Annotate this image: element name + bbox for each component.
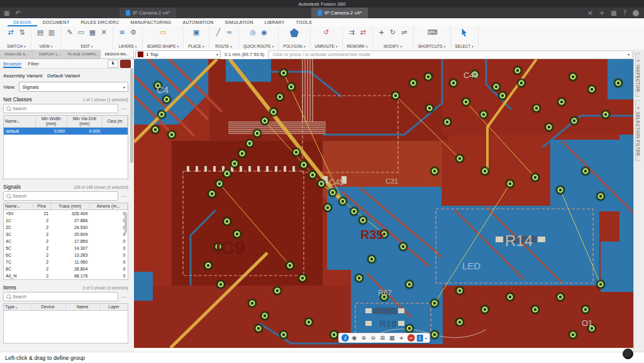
- net-classes-search-input[interactable]: [4, 104, 128, 113]
- toolbar-label-quick-route[interactable]: QUICK ROUTE▾: [243, 44, 274, 48]
- via[interactable]: [349, 206, 359, 216]
- layer-settings-icon[interactable]: [129, 28, 138, 37]
- toolbar-label-unroute[interactable]: UNROUTE▾: [315, 44, 338, 48]
- info-icon[interactable]: [341, 334, 348, 342]
- copy-icon[interactable]: [77, 28, 86, 37]
- via[interactable]: [304, 317, 314, 327]
- via[interactable]: [601, 109, 611, 120]
- left-panel-scrollbar[interactable]: [130, 69, 133, 163]
- side-tab-inspector[interactable]: ◂INSPECTOR: [635, 53, 640, 97]
- layer-selector[interactable]: 1 Top ▾: [135, 50, 221, 59]
- component-label[interactable]: IC9: [216, 237, 245, 258]
- menu-tab-document[interactable]: DOCUMENT: [37, 18, 75, 26]
- place-icon[interactable]: [192, 28, 201, 37]
- via[interactable]: [430, 166, 440, 176]
- via[interactable]: [580, 166, 591, 176]
- via[interactable]: [391, 91, 401, 101]
- column-header[interactable]: Trace (mm): [50, 203, 89, 210]
- toolbar-label-select[interactable]: SELECT▾: [455, 44, 474, 48]
- via[interactable]: [245, 138, 255, 148]
- items-search[interactable]: [3, 292, 118, 301]
- column-header[interactable]: Layer: [99, 304, 128, 311]
- toolbar-label-view[interactable]: VIEW▾: [40, 44, 53, 48]
- signals-scrollbar[interactable]: [125, 212, 127, 233]
- toolbar-label-switch[interactable]: SWITCH▾: [7, 44, 26, 48]
- table-row[interactable]: 7C211.9500: [4, 259, 128, 265]
- via[interactable]: [272, 286, 282, 296]
- via[interactable]: [214, 179, 225, 189]
- remove-icon[interactable]: [407, 334, 414, 342]
- component-label[interactable]: R14: [505, 232, 533, 249]
- component-label[interactable]: C4: [157, 84, 169, 95]
- table-row[interactable]: 8C228.8040: [4, 265, 128, 272]
- toolbar-label-route[interactable]: ROUTE▾: [215, 44, 232, 48]
- dropdown-caret-icon[interactable]: ▾: [425, 336, 427, 340]
- signals-search[interactable]: [3, 191, 118, 201]
- via[interactable]: [253, 323, 264, 333]
- via[interactable]: [167, 130, 177, 140]
- toolbar-label-layers[interactable]: LAYERS▾: [118, 44, 136, 48]
- column-header[interactable]: Name ▴: [4, 116, 35, 128]
- edit-icon[interactable]: [65, 28, 74, 37]
- component-label[interactable]: O1: [582, 318, 592, 328]
- component-label[interactable]: R67: [378, 289, 392, 298]
- via[interactable]: [316, 179, 326, 189]
- column-header[interactable]: Name ▴: [4, 203, 33, 210]
- menu-tab-library[interactable]: LIBRARY: [259, 18, 291, 26]
- component-label[interactable]: C31: [386, 177, 398, 185]
- pan-icon[interactable]: [397, 334, 405, 342]
- via[interactable]: [230, 159, 240, 169]
- via[interactable]: [430, 298, 440, 308]
- via[interactable]: [323, 203, 333, 213]
- unroute-icon[interactable]: [322, 28, 331, 37]
- help-icon[interactable]: [623, 8, 626, 18]
- pcb-canvas[interactable]: C4C49C45C31IC9R35R14LEDR67R19R18O1: [134, 59, 634, 348]
- paste-icon[interactable]: [88, 28, 97, 37]
- menu-tab-rules-drc-erc[interactable]: RULES DRC/ERC: [75, 18, 125, 26]
- via[interactable]: [408, 78, 418, 88]
- via[interactable]: [531, 103, 541, 113]
- via[interactable]: [425, 103, 435, 113]
- visibility-icon[interactable]: [350, 334, 358, 342]
- via[interactable]: [247, 298, 257, 308]
- table-row[interactable]: 1C227.8660: [4, 217, 128, 224]
- component-label[interactable]: LED: [462, 260, 480, 271]
- via[interactable]: [285, 260, 295, 271]
- via[interactable]: [568, 330, 578, 340]
- table-row[interactable]: 2C224.5300: [4, 224, 128, 231]
- column-header[interactable]: Name: [65, 304, 99, 311]
- toolbar-label-shortcuts[interactable]: SHORTCUTS▾: [418, 44, 446, 48]
- via[interactable]: [491, 82, 501, 92]
- signals-search-input[interactable]: [4, 192, 128, 200]
- toolbar-label-polygon[interactable]: POLYGON▾: [283, 44, 305, 48]
- via[interactable]: [207, 189, 217, 199]
- via[interactable]: [222, 216, 232, 226]
- table-row[interactable]: 5C214.3070: [4, 245, 128, 252]
- layers-view-icon[interactable]: [47, 28, 56, 37]
- via[interactable]: [367, 254, 377, 264]
- zoom-out-icon[interactable]: [369, 334, 377, 342]
- via[interactable]: [237, 148, 247, 159]
- via[interactable]: [479, 109, 489, 120]
- close-tab-icon[interactable]: [587, 8, 593, 18]
- toolbar-label-place[interactable]: PLACE▾: [188, 44, 204, 48]
- via[interactable]: [461, 97, 471, 107]
- route-icon[interactable]: [214, 28, 223, 37]
- menu-tab-design[interactable]: DESIGN: [8, 18, 37, 26]
- side-tab-selection-filter[interactable]: ◂SELECTION FILTER: [635, 100, 640, 161]
- component-label[interactable]: C45: [329, 177, 344, 187]
- via[interactable]: [275, 92, 285, 102]
- toolbar-label-rework[interactable]: REWORK▾: [347, 44, 368, 48]
- via[interactable]: [404, 323, 414, 333]
- via[interactable]: [442, 117, 452, 127]
- via[interactable]: [260, 311, 270, 321]
- via[interactable]: [555, 185, 565, 195]
- shortcuts-icon[interactable]: [428, 28, 436, 37]
- mirror-icon[interactable]: [400, 28, 409, 37]
- via[interactable]: [455, 286, 465, 296]
- via[interactable]: [505, 292, 515, 302]
- via[interactable]: [596, 191, 606, 201]
- via[interactable]: [260, 116, 270, 126]
- via[interactable]: [269, 107, 279, 117]
- pcb-viewport[interactable]: C4C49C45C31IC9R35R14LEDR67R19R18O1 1▾: [134, 59, 634, 348]
